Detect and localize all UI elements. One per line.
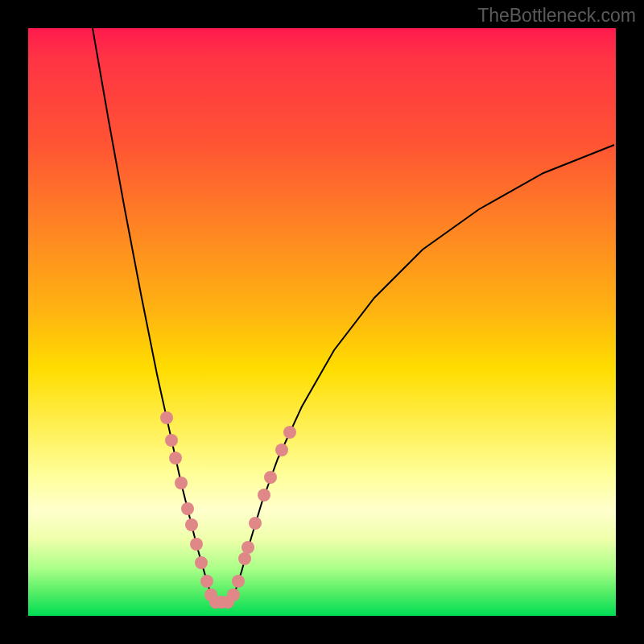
curve-right bbox=[231, 145, 614, 602]
data-marker bbox=[200, 575, 213, 588]
data-marker bbox=[195, 556, 208, 569]
chart-gradient-area bbox=[28, 28, 616, 616]
data-marker bbox=[242, 541, 254, 554]
data-marker bbox=[249, 517, 262, 530]
data-marker bbox=[232, 575, 245, 588]
chart-svg bbox=[28, 28, 616, 616]
data-marker bbox=[275, 444, 288, 456]
marker-group bbox=[160, 411, 296, 609]
data-marker bbox=[175, 477, 188, 489]
data-marker bbox=[169, 452, 182, 464]
data-marker bbox=[264, 471, 277, 484]
watermark-text: TheBottleneck.com bbox=[477, 5, 636, 27]
data-marker bbox=[238, 552, 251, 565]
curve-left bbox=[93, 28, 213, 602]
data-marker bbox=[190, 538, 203, 551]
data-marker bbox=[165, 434, 178, 447]
curve-group bbox=[93, 28, 614, 602]
data-marker bbox=[160, 411, 173, 424]
data-marker bbox=[185, 518, 198, 531]
data-marker bbox=[227, 588, 240, 601]
data-marker bbox=[181, 502, 194, 515]
data-marker bbox=[258, 489, 270, 502]
data-marker bbox=[283, 426, 296, 439]
